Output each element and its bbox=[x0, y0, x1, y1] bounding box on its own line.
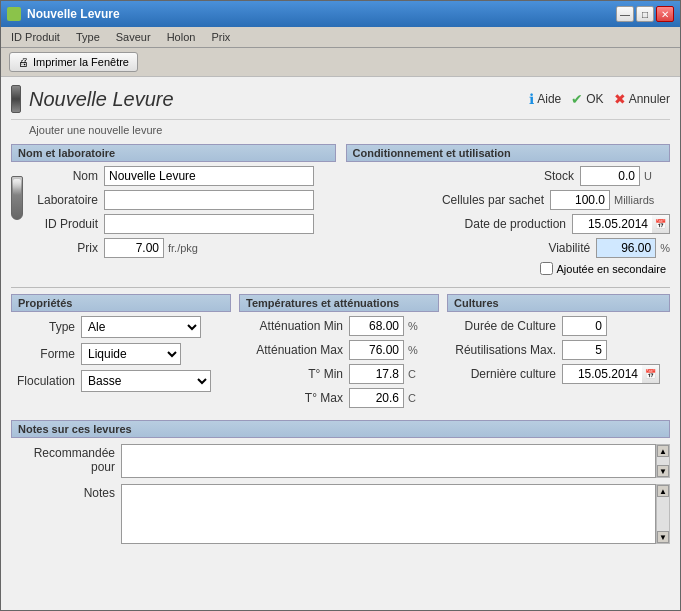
header-actions: ℹ Aide ✔ OK ✖ Annuler bbox=[529, 91, 670, 107]
cellules-row: Cellules par sachet Milliards bbox=[346, 190, 671, 210]
recommandee-label: Recommandée pour bbox=[11, 444, 121, 474]
title-bar: Nouvelle Levure — □ ✕ bbox=[1, 1, 680, 27]
minimize-button[interactable]: — bbox=[616, 6, 634, 22]
calendar-icon: 📅 bbox=[655, 219, 666, 229]
reutilisations-input[interactable] bbox=[562, 340, 607, 360]
menu-holon[interactable]: Holon bbox=[161, 29, 202, 45]
floculation-row: Floculation Basse Moyenne Haute bbox=[11, 370, 231, 392]
nom-label: Nom bbox=[29, 169, 104, 183]
duree-row: Durée de Culture bbox=[447, 316, 670, 336]
derniere-date-input[interactable] bbox=[562, 364, 642, 384]
date-input[interactable] bbox=[572, 214, 652, 234]
print-button[interactable]: 🖨 Imprimer la Fenêtre bbox=[9, 52, 138, 72]
notes-scroll-down-button[interactable]: ▼ bbox=[657, 531, 669, 543]
scroll-up-button[interactable]: ▲ bbox=[657, 445, 669, 457]
main-content: Nouvelle Levure ℹ Aide ✔ OK ✖ Annuler Aj… bbox=[1, 77, 680, 558]
cellules-unit: Milliards bbox=[610, 194, 670, 206]
id-produit-input[interactable] bbox=[104, 214, 314, 234]
type-select[interactable]: Ale Lager Wheat Wine bbox=[81, 316, 201, 338]
temperatures-header: Températures et atténuations bbox=[239, 294, 439, 312]
divider-1 bbox=[11, 287, 670, 288]
notes-scrollbar: ▲ ▼ bbox=[656, 484, 670, 544]
id-produit-label: ID Produit bbox=[29, 217, 104, 231]
temp-max-input[interactable] bbox=[349, 388, 404, 408]
notes-label: Notes bbox=[11, 484, 121, 500]
yeast-tube-icon bbox=[11, 176, 23, 220]
recommandee-row: Recommandée pour ▲ ▼ bbox=[11, 444, 670, 478]
attenuation-max-input[interactable] bbox=[349, 340, 404, 360]
recommandee-input[interactable] bbox=[121, 444, 656, 478]
help-button[interactable]: ℹ Aide bbox=[529, 91, 561, 107]
nom-laboratoire-section: Nom et laboratoire Nom Laboratoire bbox=[11, 144, 336, 279]
close-button[interactable]: ✕ bbox=[656, 6, 674, 22]
page-title: Nouvelle Levure bbox=[29, 88, 174, 111]
main-window: Nouvelle Levure — □ ✕ ID Produit Type Sa… bbox=[0, 0, 681, 611]
prix-label: Prix bbox=[29, 241, 104, 255]
date-input-wrapper: 📅 bbox=[572, 214, 670, 234]
laboratoire-label: Laboratoire bbox=[29, 193, 104, 207]
forme-select[interactable]: Liquide Sèche bbox=[81, 343, 181, 365]
conditionnement-section-header: Conditionnement et utilisation bbox=[346, 144, 671, 162]
notes-section: Notes sur ces levures Recommandée pour ▲… bbox=[11, 420, 670, 544]
proprietes-section: Propriétés Type Ale Lager Wheat Wine For… bbox=[11, 294, 231, 412]
derniere-calendar-icon: 📅 bbox=[645, 369, 656, 379]
yeast-icon bbox=[11, 85, 21, 113]
page-header: Nouvelle Levure ℹ Aide ✔ OK ✖ Annuler bbox=[11, 85, 670, 120]
reutilisations-label: Réutilisations Max. bbox=[447, 343, 562, 357]
cellules-input[interactable] bbox=[550, 190, 610, 210]
printer-icon: 🖨 bbox=[18, 56, 29, 68]
nom-section-header: Nom et laboratoire bbox=[11, 144, 336, 162]
prix-unit: fr./pkg bbox=[164, 242, 198, 254]
derniere-date-picker-button[interactable]: 📅 bbox=[642, 364, 660, 384]
attenuation-min-row: Atténuation Min % bbox=[239, 316, 439, 336]
derniere-row: Dernière culture 📅 bbox=[447, 364, 670, 384]
stock-input[interactable] bbox=[580, 166, 640, 186]
menu-prix[interactable]: Prix bbox=[205, 29, 236, 45]
proprietes-header: Propriétés bbox=[11, 294, 231, 312]
date-label: Date de production bbox=[432, 217, 572, 231]
viabilite-row: Viabilité % bbox=[346, 238, 671, 258]
stock-unit: U bbox=[640, 170, 670, 182]
laboratoire-input[interactable] bbox=[104, 190, 314, 210]
ok-icon: ✔ bbox=[571, 91, 583, 107]
window-title: Nouvelle Levure bbox=[27, 7, 120, 21]
temp-min-input[interactable] bbox=[349, 364, 404, 384]
ajoutee-label: Ajoutée en secondaire bbox=[553, 263, 666, 275]
toolbar: 🖨 Imprimer la Fenêtre bbox=[1, 48, 680, 77]
attenuation-min-unit: % bbox=[404, 320, 418, 332]
maximize-button[interactable]: □ bbox=[636, 6, 654, 22]
title-bar-controls: — □ ✕ bbox=[616, 6, 674, 22]
date-picker-button[interactable]: 📅 bbox=[652, 214, 670, 234]
ajoutee-checkbox[interactable] bbox=[540, 262, 553, 275]
notes-input-wrapper: ▲ ▼ bbox=[121, 484, 670, 544]
viabilite-input[interactable] bbox=[596, 238, 656, 258]
form-area: Nom et laboratoire Nom Laboratoire bbox=[11, 144, 670, 279]
notes-input[interactable] bbox=[121, 484, 656, 544]
temp-max-label: T° Max bbox=[239, 391, 349, 405]
derniere-date-wrapper: 📅 bbox=[562, 364, 660, 384]
recommandee-input-wrapper: ▲ ▼ bbox=[121, 444, 670, 478]
temp-max-unit: C bbox=[404, 392, 416, 404]
forme-label: Forme bbox=[11, 347, 81, 361]
menu-saveur[interactable]: Saveur bbox=[110, 29, 157, 45]
floculation-select[interactable]: Basse Moyenne Haute bbox=[81, 370, 211, 392]
nom-input[interactable] bbox=[104, 166, 314, 186]
duree-input[interactable] bbox=[562, 316, 607, 336]
cancel-button[interactable]: ✖ Annuler bbox=[614, 91, 670, 107]
cultures-section: Cultures Durée de Culture Réutilisations… bbox=[447, 294, 670, 412]
print-label: Imprimer la Fenêtre bbox=[33, 56, 129, 68]
ajoutee-row: Ajoutée en secondaire bbox=[346, 262, 671, 275]
reutilisations-row: Réutilisations Max. bbox=[447, 340, 670, 360]
temp-min-unit: C bbox=[404, 368, 416, 380]
stock-row: Stock U bbox=[346, 166, 671, 186]
cancel-label: Annuler bbox=[629, 92, 670, 106]
attenuation-min-input[interactable] bbox=[349, 316, 404, 336]
scroll-down-button[interactable]: ▼ bbox=[657, 465, 669, 477]
menu-type[interactable]: Type bbox=[70, 29, 106, 45]
prix-input[interactable] bbox=[104, 238, 164, 258]
ok-button[interactable]: ✔ OK bbox=[571, 91, 603, 107]
cellules-label: Cellules par sachet bbox=[410, 193, 550, 207]
menu-id-produit[interactable]: ID Produit bbox=[5, 29, 66, 45]
notes-scroll-up-button[interactable]: ▲ bbox=[657, 485, 669, 497]
stock-label: Stock bbox=[440, 169, 580, 183]
